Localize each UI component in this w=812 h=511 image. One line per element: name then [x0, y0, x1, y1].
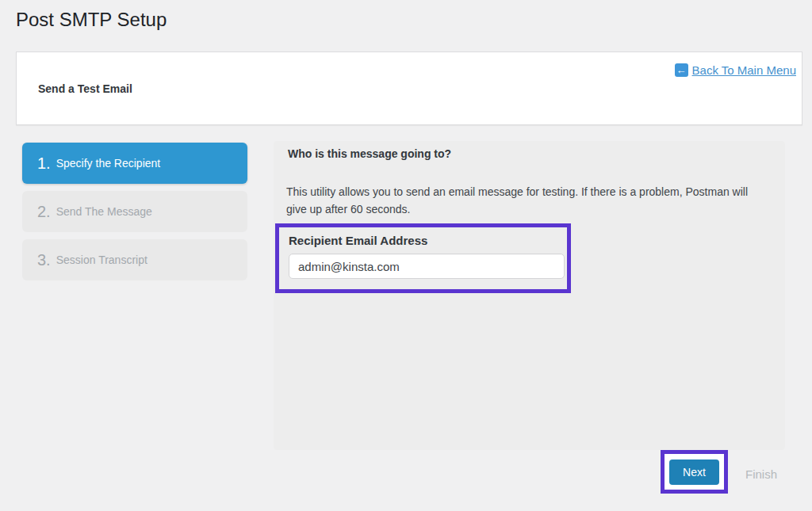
step-label: Send The Message	[56, 205, 152, 218]
next-button[interactable]: Next	[669, 460, 719, 485]
step-number: 2.	[37, 203, 51, 221]
recipient-email-input[interactable]	[289, 254, 565, 279]
content-panel: Who is this message going to? This utili…	[274, 141, 785, 450]
next-button-highlight-box: Next	[661, 450, 728, 494]
step-label: Session Transcript	[56, 254, 147, 266]
back-link-label: Back To Main Menu	[692, 63, 796, 77]
header-card: Send a Test Email ← Back To Main Menu	[16, 51, 802, 125]
card-title: Send a Test Email	[38, 82, 132, 95]
question-heading: Who is this message going to?	[288, 147, 451, 160]
wizard-steps: 1. Specify the Recipient 2. Send The Mes…	[22, 143, 247, 288]
finish-button[interactable]: Finish	[736, 462, 787, 486]
step-send-message[interactable]: 2. Send The Message	[22, 191, 247, 232]
step-specify-recipient[interactable]: 1. Specify the Recipient	[22, 143, 247, 184]
recipient-field-highlight-box: Recipient Email Address	[275, 223, 571, 293]
back-arrow-icon[interactable]: ←	[675, 63, 688, 77]
page-title: Post SMTP Setup	[16, 7, 167, 32]
step-number: 3.	[37, 251, 51, 269]
post-smtp-setup-page: Post SMTP Setup Send a Test Email ← Back…	[0, 0, 812, 511]
back-to-main-menu-link[interactable]: ← Back To Main Menu	[675, 63, 796, 77]
recipient-email-label: Recipient Email Address	[289, 234, 567, 247]
step-number: 1.	[37, 154, 51, 173]
step-label: Specify the Recipient	[56, 157, 161, 170]
step-session-transcript[interactable]: 3. Session Transcript	[22, 239, 247, 280]
description-text: This utility allows you to send an email…	[286, 183, 766, 218]
